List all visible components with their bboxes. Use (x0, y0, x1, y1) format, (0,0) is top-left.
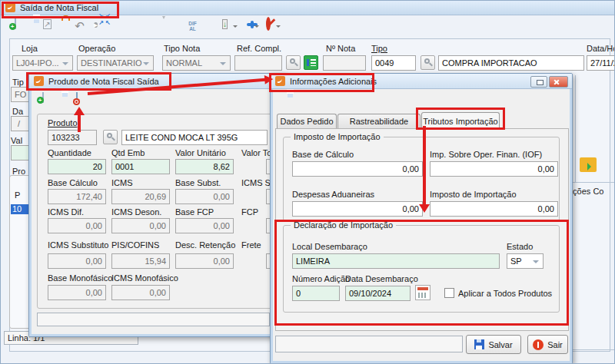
iof-field[interactable]: 0,00 (430, 161, 558, 177)
icms-substituto-field: 0,00 (48, 253, 106, 269)
cancel-button[interactable] (261, 19, 275, 34)
tipo-search-icon[interactable] (421, 55, 435, 70)
sair-button[interactable]: Sair (527, 335, 568, 354)
selected-product-row[interactable]: 10 (11, 204, 28, 214)
produto-save-button[interactable] (52, 93, 67, 108)
capsule-button[interactable] (137, 19, 151, 34)
numero-adicao-label: Número Adição (292, 274, 350, 283)
despesas-aduaneiras-field[interactable]: 0,00 (292, 201, 423, 217)
tipo-desc-field: COMPRA IMPORTACAO (438, 55, 584, 71)
connector-button[interactable] (239, 19, 254, 34)
connector-dropdown-caret[interactable] (254, 25, 259, 30)
data-desembaraco-field[interactable]: 09/10/2024 (345, 286, 411, 301)
loja-select[interactable]: LJ04-IPO... (12, 55, 73, 71)
base-calculo-ii-label: Base de Cálculo (292, 150, 354, 159)
data-hora-label: Data/Hor (587, 44, 615, 53)
desc-retencao-label: Desc. Retenção (175, 240, 235, 250)
imposto-group-title: Imposto de Importação (291, 132, 384, 141)
tab-dados-pedido[interactable]: Dados Pedido (277, 114, 337, 129)
desc-retencao-field: 0,00 (175, 253, 234, 269)
app-icon (5, 2, 15, 12)
salvar-button[interactable]: Salvar (466, 335, 521, 354)
valor-total-label: Valor To (241, 148, 271, 157)
produto-codigo-field[interactable]: 103233 (48, 130, 97, 145)
restore-button[interactable] (530, 76, 547, 88)
estado-label: Estado (507, 242, 533, 251)
save-button[interactable] (24, 19, 38, 34)
produto-search-icon[interactable] (103, 130, 118, 144)
icms-monofasico-field: 0,00 (111, 285, 170, 300)
base-subst-label: Base Subst. (175, 178, 221, 187)
estado-select[interactable]: SP (507, 253, 544, 269)
operacao-select[interactable]: DESTINATARIO (77, 55, 154, 71)
export-xml-icon[interactable] (580, 157, 597, 172)
loja-label: Loja (22, 44, 38, 53)
flag-button[interactable] (121, 19, 135, 34)
numero-adicao-field[interactable]: 0 (292, 286, 340, 301)
produto-window: Produto de Nota Fiscal Saída + Produto 1… (28, 73, 285, 337)
icms-field: 20,69 (111, 189, 170, 204)
icms-substituto-label: ICMS Substituto (48, 240, 108, 250)
data-hora-field[interactable]: 27/11/20 (587, 55, 615, 71)
tab-rastreabilidade-produto[interactable]: Rastreabilidade Produto (337, 114, 421, 129)
left-valor-field (11, 145, 30, 160)
produto-descricao-field: LEITE COND MOCA LT 395G (121, 130, 268, 145)
pis-cofins-field: 15,94 (111, 253, 170, 269)
quantidade-label: Quantidade (48, 148, 91, 157)
info-save-button[interactable] (278, 94, 292, 108)
produto-titlebar: Produto de Nota Fiscal Saída (29, 74, 284, 89)
produto-info-adicionais-button[interactable] (69, 93, 84, 108)
aplicar-todos-checkbox[interactable] (444, 288, 454, 298)
declaracao-group-title: Declaração de Importação (291, 220, 396, 230)
base-fcp-field: 0,00 (175, 218, 234, 233)
info-window: Informações Adicionais Dados Pedido Rast… (270, 73, 573, 364)
no-nota-field[interactable] (323, 55, 366, 71)
produto-new-button[interactable]: + (35, 93, 50, 108)
info-titlebar: Informações Adicionais (271, 74, 572, 89)
icms-deson-field: 0,00 (111, 218, 170, 233)
info-window-title: Informações Adicionais (290, 77, 377, 86)
new-document-button[interactable]: + (8, 19, 22, 34)
icms-deson-label: ICMS Deson. (111, 207, 161, 217)
export-button[interactable]: ↗ (40, 19, 55, 34)
close-button[interactable] (549, 76, 568, 88)
ref-compl-search-icon[interactable] (286, 55, 301, 70)
qtd-emb-field[interactable]: 0001 (111, 159, 170, 174)
left-col-header: P (15, 190, 20, 200)
frete-label: Frete (241, 240, 261, 250)
produto-window-icon (34, 76, 44, 86)
quantidade-field[interactable]: 20 (48, 159, 106, 174)
produto-label[interactable]: Produto (48, 118, 78, 127)
import-button[interactable]: ↓ (218, 19, 232, 34)
calendar-icon[interactable] (415, 285, 430, 300)
valor-unitario-field[interactable]: 8,62 (175, 159, 234, 174)
database-button[interactable] (169, 19, 184, 34)
icms-monofasico-label: ICMS Monofásico (111, 273, 178, 283)
import-dropdown-caret[interactable] (233, 25, 238, 30)
ref-compl-field[interactable] (234, 55, 282, 71)
local-desembaraco-label: Local Desembaraço (292, 242, 367, 251)
ref-list-icon[interactable] (304, 55, 318, 70)
tipo-code-field[interactable]: 0049 (371, 55, 416, 71)
cancel-dropdown-caret[interactable] (276, 25, 281, 30)
comment-button[interactable] (153, 19, 168, 34)
tipo-label[interactable]: Tipo (371, 44, 387, 53)
base-calculo-ii-field[interactable]: 0,00 (292, 161, 423, 177)
icms-dif-label: ICMS Dif. (48, 207, 84, 217)
main-window-title: Saída de Nota Fiscal (20, 3, 98, 12)
tools-wrench-button[interactable] (56, 19, 71, 34)
base-monofasico-field: 0,00 (48, 285, 106, 300)
imposto-importacao-field[interactable]: 0,00 (430, 201, 558, 217)
tipo-nota-select[interactable]: NORMAL (162, 55, 231, 71)
left-tipo-label: Tip (12, 78, 24, 87)
base-monofasico-label: Base Monofásico (48, 273, 112, 283)
iof-label: Imp. Sobre Oper. Finan. (IOF) (430, 150, 542, 159)
fcp-label: FCP (241, 207, 258, 217)
left-valor-label: Val (11, 136, 22, 145)
difal-button[interactable]: DIFAL (185, 19, 200, 35)
document-button[interactable] (201, 19, 216, 34)
tab-tributos-importacao[interactable]: Tributos Importação (421, 112, 500, 130)
undo-button[interactable]: ↶ (72, 19, 87, 34)
local-desembaraco-field[interactable]: LIMEIRA (292, 253, 500, 269)
left-data-field: / (11, 116, 30, 131)
